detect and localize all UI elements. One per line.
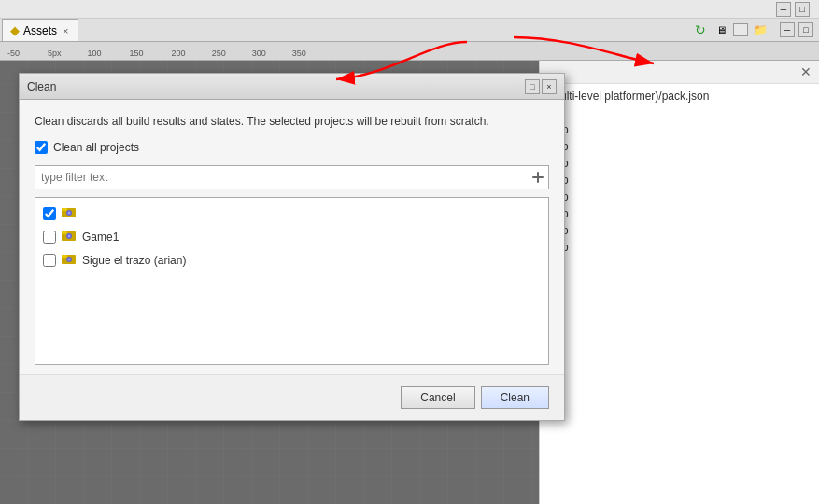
panel-close-icon[interactable]: ✕ [800, 64, 812, 79]
clear-icon [531, 171, 544, 184]
dialog-maximize-button[interactable]: □ [525, 79, 540, 94]
dialog-description: Clean discards all build results and sta… [35, 113, 549, 130]
tab-bar: ◆ Assets × ↻ 🖥 📁 ─ □ [0, 19, 819, 42]
clean-button[interactable]: Clean [481, 386, 549, 409]
assets-tab[interactable]: ◆ Assets × [2, 19, 78, 41]
file-item[interactable]: dino [540, 189, 819, 205]
ruler-mark: 150 [130, 49, 144, 58]
minimize-button[interactable]: ─ [776, 2, 791, 17]
dialog-titlebar: Clean □ × [20, 74, 564, 100]
svg-point-9 [68, 235, 71, 238]
svg-rect-3 [62, 208, 67, 211]
ruler-mark: 350 [292, 49, 306, 58]
ruler-mark: -50 [7, 49, 20, 58]
dialog-footer: Cancel Clean [20, 374, 564, 420]
assets-tab-close[interactable]: × [61, 25, 70, 36]
dialog-title-buttons: □ × [525, 79, 557, 94]
project-folder-icon [62, 251, 77, 269]
ruler-mark: 300 [252, 49, 266, 58]
file-item[interactable]: dino [540, 155, 819, 172]
file-item[interactable]: dino [540, 172, 819, 189]
assets-tab-label: Assets [23, 24, 57, 37]
dialog-title: Clean [27, 80, 56, 93]
monitor-icon[interactable]: 🖥 [713, 21, 729, 38]
svg-point-13 [68, 259, 71, 261]
project-list: Game1 Sigue el trazo (arian) [35, 197, 549, 365]
refresh-icon[interactable]: ↻ [692, 21, 709, 38]
maximize-button[interactable]: □ [795, 2, 810, 17]
project-checkbox-2[interactable] [43, 254, 56, 267]
project-item[interactable] [35, 202, 548, 225]
project-name: Sigue el trazo (arian) [82, 254, 186, 267]
project-item[interactable]: Game1 [35, 225, 548, 248]
file-item[interactable]: eet [540, 105, 819, 121]
file-item[interactable]: dino [540, 121, 819, 138]
folder-icon[interactable]: 📁 [752, 21, 769, 38]
clean-all-checkbox[interactable] [35, 141, 48, 154]
toolbar-area: ─ □ [0, 0, 819, 19]
ruler-mark: 5px [48, 49, 62, 58]
file-list: (multi-level platformer)/pack.jsoneetdin… [540, 84, 819, 259]
file-item[interactable]: dino [540, 205, 819, 222]
cancel-button[interactable]: Cancel [401, 386, 474, 409]
tab-window-controls: ↻ 🖥 📁 ─ □ [692, 21, 819, 38]
filter-clear-button[interactable] [528, 167, 548, 188]
project-checkbox-0[interactable] [43, 207, 56, 220]
filter-input[interactable] [35, 169, 528, 186]
svg-rect-7 [62, 231, 67, 234]
dialog-close-button[interactable]: × [542, 79, 557, 94]
ruler-area: ─ □ ◆ Assets × ↻ 🖥 📁 ─ □ -50 5px 100 150… [0, 0, 819, 61]
file-item[interactable]: dino [540, 239, 819, 256]
assets-tab-icon: ◆ [10, 23, 20, 37]
image-icon[interactable] [733, 23, 748, 36]
clean-all-row: Clean all projects [35, 141, 549, 154]
file-item[interactable]: (multi-level platformer)/pack.json [540, 88, 819, 105]
svg-rect-1 [537, 172, 539, 183]
filter-row [35, 165, 549, 189]
ruler: -50 5px 100 150 200 250 300 350 [0, 42, 819, 61]
right-panel: ✕ (multi-level platformer)/pack.jsoneetd… [539, 61, 819, 504]
project-folder-icon [62, 204, 77, 222]
svg-point-5 [68, 212, 71, 215]
svg-rect-11 [62, 255, 67, 258]
dialog-content: Clean discards all build results and sta… [20, 100, 564, 374]
ruler-mark: 100 [88, 49, 102, 58]
ruler-mark: 200 [172, 49, 186, 58]
file-item[interactable]: dino [540, 138, 819, 155]
project-name: Game1 [82, 231, 119, 244]
project-folder-icon [62, 228, 77, 245]
min-button[interactable]: ─ [780, 22, 795, 37]
file-item[interactable]: dino [540, 222, 819, 239]
clean-all-label[interactable]: Clean all projects [53, 141, 139, 154]
project-checkbox-1[interactable] [43, 231, 56, 244]
ruler-mark: 250 [212, 49, 226, 58]
max-button[interactable]: □ [798, 22, 813, 37]
window-controls: ─ □ [776, 2, 810, 17]
clean-dialog: Clean □ × Clean discards all build resul… [19, 73, 565, 421]
right-panel-header: ✕ [540, 61, 819, 84]
project-item[interactable]: Sigue el trazo (arian) [35, 248, 548, 272]
